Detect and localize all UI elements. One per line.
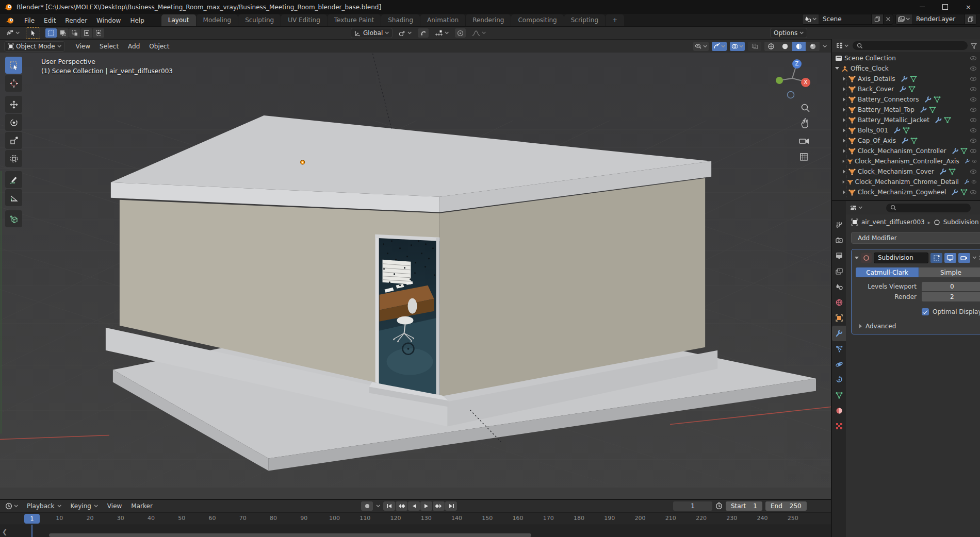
timeline-collapse-icon[interactable]: ❮ xyxy=(2,528,7,535)
overlays-toggle[interactable] xyxy=(730,42,745,51)
timeline-menu-playback[interactable]: Playback xyxy=(22,501,66,511)
select-mode-extend-icon[interactable] xyxy=(57,28,69,38)
play-button[interactable] xyxy=(420,501,432,511)
outliner-item-label[interactable]: Clock_Mechanism_Controller xyxy=(858,147,946,155)
tab-scripting[interactable]: Scripting xyxy=(564,14,605,26)
hide-viewport-eye-icon[interactable] xyxy=(970,76,977,81)
modifier-editmode-toggle[interactable] xyxy=(930,253,942,263)
outliner-item[interactable]: Back_Cover xyxy=(832,84,980,94)
menu-window[interactable]: Window xyxy=(92,15,125,26)
scale-tool[interactable] xyxy=(5,132,22,149)
modifier-wrench-icon[interactable] xyxy=(935,116,942,124)
mode-dropdown[interactable]: Object Mode xyxy=(4,41,65,52)
disclosure-icon[interactable] xyxy=(842,159,845,163)
unlink-scene-icon[interactable] xyxy=(883,14,893,24)
outliner-item-label[interactable]: Clock_Mechanism_Controller_Axis xyxy=(855,158,959,165)
shading-rendered-icon[interactable] xyxy=(806,42,820,51)
add-modifier-button[interactable]: Add Modifier xyxy=(851,232,980,244)
mesh-data-icon[interactable] xyxy=(960,189,968,196)
snap-toggle-icon[interactable] xyxy=(418,28,429,38)
outliner-editor-type-icon[interactable] xyxy=(835,41,850,51)
panel-expand-icon[interactable] xyxy=(855,256,859,259)
outliner-item[interactable]: Clock_Mechanism_Controller xyxy=(832,146,980,156)
view-layer-selector[interactable]: RenderLayer xyxy=(895,14,977,25)
outliner-item[interactable]: Clock_Mechanizm_Chrome_Detail xyxy=(832,177,980,187)
select-mode-set-icon[interactable] xyxy=(45,28,57,38)
shading-wireframe-icon[interactable] xyxy=(764,42,778,51)
hide-viewport-eye-icon[interactable] xyxy=(971,179,977,184)
outliner-item-label[interactable]: Back_Cover xyxy=(858,86,894,93)
output-tab-icon[interactable] xyxy=(832,248,846,264)
hide-viewport-eye-icon[interactable] xyxy=(970,87,977,92)
outliner-item-label[interactable]: Clock_Mechanism_Cover xyxy=(858,168,934,175)
minimize-button[interactable] xyxy=(910,0,934,14)
material-tab-icon[interactable] xyxy=(832,403,846,418)
viewport-canvas-area[interactable]: Z X User Perspective (1) Scene Collectio… xyxy=(0,53,831,499)
proportional-editing-icon[interactable] xyxy=(455,28,466,38)
select-mode-invert-icon[interactable] xyxy=(81,28,92,38)
shading-dropdown-icon[interactable] xyxy=(823,45,827,48)
hide-viewport-eye-icon[interactable] xyxy=(970,128,977,133)
frame-start-field[interactable]: Start1 xyxy=(726,501,762,511)
auto-keying-icon[interactable] xyxy=(361,501,373,511)
viewport-menu-add[interactable]: Add xyxy=(123,41,144,52)
view-layer-name[interactable]: RenderLayer xyxy=(912,15,965,23)
hide-viewport-eye-icon[interactable] xyxy=(972,159,977,164)
options-dropdown[interactable]: Options xyxy=(770,28,807,38)
outliner-item-label[interactable]: Clock_Mechanizm_Chrome_Detail xyxy=(855,178,959,186)
texture-tab-icon[interactable] xyxy=(832,418,846,434)
add-cube-tool[interactable] xyxy=(5,210,22,227)
frame-end-field[interactable]: End250 xyxy=(765,501,807,511)
modifier-wrench-icon[interactable] xyxy=(920,106,927,113)
data-tab-icon[interactable] xyxy=(832,388,846,403)
modifier-wrench-icon[interactable] xyxy=(924,96,932,103)
stopwatch-icon[interactable] xyxy=(715,502,723,510)
new-scene-icon[interactable] xyxy=(871,14,883,24)
hide-viewport-eye-icon[interactable] xyxy=(970,97,977,102)
modifier-wrench-icon[interactable] xyxy=(965,158,970,165)
gizmo-y-axis[interactable] xyxy=(776,77,783,84)
disclosure-icon[interactable] xyxy=(842,180,845,184)
shading-solid-icon[interactable] xyxy=(778,42,792,51)
blender-menu-icon[interactable] xyxy=(5,17,14,24)
timeline-menu-marker[interactable]: Marker xyxy=(126,501,157,511)
mesh-data-icon[interactable] xyxy=(910,137,918,144)
render-field[interactable]: 2 xyxy=(922,292,980,301)
outliner-item-label[interactable]: Battery_Metallic_Jacket xyxy=(858,116,929,124)
hide-viewport-eye-icon[interactable] xyxy=(970,107,977,112)
add-workspace-tab[interactable]: + xyxy=(606,14,624,26)
outliner-item[interactable]: Clock_Mechanizm_Cogwheel xyxy=(832,187,980,197)
tab-modeling[interactable]: Modeling xyxy=(197,14,238,26)
hide-viewport-eye-icon[interactable] xyxy=(970,148,977,154)
outliner-item-label[interactable]: Scene Collection xyxy=(844,55,896,62)
tab-compositing[interactable]: Compositing xyxy=(511,14,563,26)
scene-selector[interactable]: Scene xyxy=(802,14,893,25)
menu-help[interactable]: Help xyxy=(125,15,149,26)
select-box-tool[interactable] xyxy=(5,57,22,74)
modifier-wrench-icon[interactable] xyxy=(939,168,946,175)
keying-dropdown-icon[interactable] xyxy=(376,505,380,508)
constraints-tab-icon[interactable] xyxy=(832,372,846,388)
xray-toggle[interactable] xyxy=(748,42,761,51)
timeline-scrollbar[interactable] xyxy=(49,533,531,537)
mesh-data-icon[interactable] xyxy=(910,75,917,82)
show-object-types-dropdown[interactable] xyxy=(693,42,709,51)
outliner-item-label[interactable]: Clock_Mechanizm_Cogwheel xyxy=(858,189,946,196)
timeline-editor-type-icon[interactable] xyxy=(3,501,20,511)
selected-object-origin[interactable] xyxy=(301,160,305,164)
object-tab-icon[interactable] xyxy=(832,310,846,326)
shading-material-icon[interactable] xyxy=(792,42,806,51)
previous-keyframe-button[interactable] xyxy=(396,501,407,511)
advanced-section[interactable]: Advanced xyxy=(859,323,980,330)
view-layer-tab-icon[interactable] xyxy=(832,264,846,279)
editor-type-selector[interactable] xyxy=(4,28,22,38)
menu-edit[interactable]: Edit xyxy=(39,15,60,26)
gizmos-toggle[interactable] xyxy=(712,42,727,51)
modifiers-tab-icon[interactable] xyxy=(832,326,846,341)
render-tab-icon[interactable] xyxy=(832,233,846,248)
outliner-item-label[interactable]: Cap_Of_Axis xyxy=(858,137,896,144)
next-keyframe-button[interactable] xyxy=(433,501,445,511)
viewport-menu-view[interactable]: View xyxy=(71,41,95,52)
scene-icon[interactable] xyxy=(803,14,819,24)
outliner-item[interactable]: Clock_Mechanism_Controller_Axis xyxy=(832,156,980,166)
